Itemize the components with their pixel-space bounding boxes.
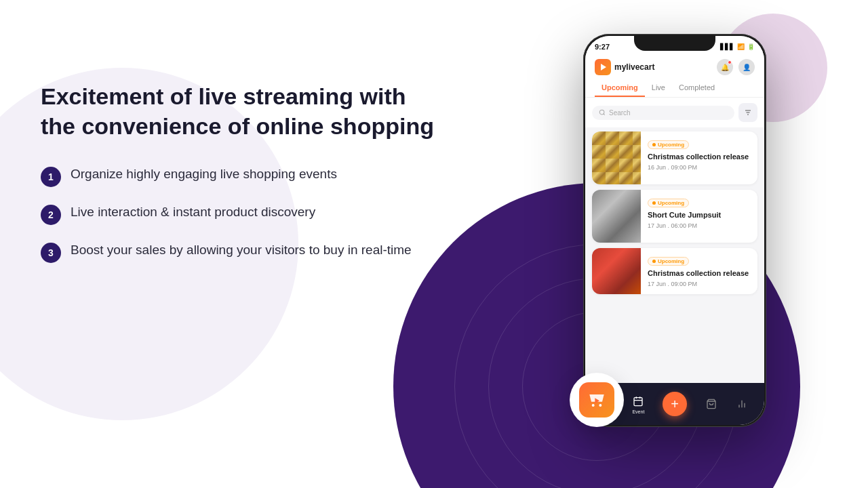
left-content: Excitement of live streaming with the co… xyxy=(41,81,481,263)
search-bar: Search xyxy=(585,98,764,127)
event-card-1[interactable]: Upcoming Christmas collection release 16… xyxy=(592,131,757,184)
event-card-3[interactable]: Upcoming Christmas collection release 17… xyxy=(592,248,757,294)
phone-notch xyxy=(634,36,715,51)
phone-screen: 9:27 ▋▋▋ 📶 🔋 mylivecart 🔔 xyxy=(585,36,764,425)
event-badge-3: Upcoming xyxy=(648,257,689,266)
floating-app-icon xyxy=(570,373,624,427)
event-nav-label: Event xyxy=(632,409,644,414)
phone-mockup: 9:27 ▋▋▋ 📶 🔋 mylivecart 🔔 xyxy=(583,34,766,427)
event-thumbnail-2 xyxy=(592,190,641,243)
badge-dot-3 xyxy=(652,260,656,263)
feature-number-2: 2 xyxy=(41,205,61,225)
store-icon xyxy=(705,397,718,411)
wifi-icon: 📶 xyxy=(737,43,745,50)
event-badge-1: Upcoming xyxy=(648,140,689,149)
event-info-3: Upcoming Christmas collection release 17… xyxy=(641,248,757,294)
event-info-2: Upcoming Short Cute Jumpsuit 17 Jun . 06… xyxy=(641,190,757,243)
filter-icon xyxy=(744,108,752,117)
status-time: 9:27 xyxy=(595,43,610,51)
event-thumbnail-3 xyxy=(592,248,641,294)
feature-item-2: 2 Live interaction & instant product dis… xyxy=(41,203,481,225)
logo-icon xyxy=(595,59,611,75)
svg-point-14 xyxy=(599,404,601,407)
feature-text-2: Live interaction & instant product disco… xyxy=(71,203,315,222)
notification-dot xyxy=(728,60,732,64)
search-placeholder: Search xyxy=(609,109,631,117)
tab-live[interactable]: Live xyxy=(645,79,672,97)
nav-event[interactable]: Event xyxy=(631,394,645,414)
feature-list: 1 Organize highly engaging live shopping… xyxy=(41,165,481,263)
cart-play-icon xyxy=(586,389,608,411)
event-info-1: Upcoming Christmas collection release 16… xyxy=(641,131,757,184)
tab-completed[interactable]: Completed xyxy=(672,79,722,97)
header-icons: 🔔 👤 xyxy=(717,59,755,75)
signal-icon: ▋▋▋ xyxy=(720,43,734,50)
svg-rect-5 xyxy=(634,397,642,405)
event-thumbnail-1 xyxy=(592,131,641,184)
nav-plus-button[interactable]: + xyxy=(663,392,687,416)
event-icon xyxy=(631,394,645,408)
event-badge-2: Upcoming xyxy=(648,199,689,207)
feature-text-1: Organize highly engaging live shopping e… xyxy=(71,165,337,184)
event-title-1: Christmas collection release xyxy=(648,152,751,161)
analytics-icon xyxy=(735,397,749,411)
feature-number-3: 3 xyxy=(41,243,61,263)
main-heading: Excitement of live streaming with the co… xyxy=(41,81,481,141)
events-list: Upcoming Christmas collection release 16… xyxy=(585,127,764,298)
nav-store[interactable] xyxy=(705,397,718,411)
event-title-2: Short Cute Jumpsuit xyxy=(648,210,751,220)
user-avatar[interactable]: 👤 xyxy=(738,59,755,75)
tab-upcoming[interactable]: Upcoming xyxy=(595,79,645,97)
nav-analytics[interactable] xyxy=(735,397,749,411)
app-name: mylivecart xyxy=(614,62,654,72)
app-tabs: Upcoming Live Completed xyxy=(585,79,764,98)
event-time-2: 17 Jun . 06:00 PM xyxy=(648,222,751,229)
status-icons: ▋▋▋ 📶 🔋 xyxy=(720,43,755,50)
badge-dot-2 xyxy=(652,201,656,205)
feature-item-1: 1 Organize highly engaging live shopping… xyxy=(41,165,481,187)
floating-icon-inner xyxy=(579,382,614,418)
event-card-2[interactable]: Upcoming Short Cute Jumpsuit 17 Jun . 06… xyxy=(592,190,757,243)
event-time-3: 17 Jun . 09:00 PM xyxy=(648,281,751,287)
svg-line-1 xyxy=(604,114,605,115)
badge-text-2: Upcoming xyxy=(658,200,684,206)
search-icon xyxy=(599,109,606,116)
feature-number-1: 1 xyxy=(41,167,61,187)
event-time-1: 16 Jun . 09:00 PM xyxy=(648,164,751,171)
badge-text-3: Upcoming xyxy=(658,258,684,264)
svg-point-13 xyxy=(592,404,595,407)
feature-text-3: Boost your sales by allowing your visito… xyxy=(71,241,412,260)
search-container[interactable]: Search xyxy=(592,106,734,120)
svg-point-0 xyxy=(599,110,604,115)
app-header: mylivecart 🔔 👤 xyxy=(585,55,764,79)
battery-icon: 🔋 xyxy=(747,43,755,50)
phone-shell: 9:27 ▋▋▋ 📶 🔋 mylivecart 🔔 xyxy=(583,34,766,427)
event-title-3: Christmas collection release xyxy=(648,268,751,278)
notification-icon[interactable]: 🔔 xyxy=(717,59,733,75)
app-logo: mylivecart xyxy=(595,59,654,75)
feature-item-3: 3 Boost your sales by allowing your visi… xyxy=(41,241,481,263)
play-icon xyxy=(599,64,606,70)
filter-button[interactable] xyxy=(738,103,757,122)
badge-text-1: Upcoming xyxy=(658,142,684,148)
badge-dot-1 xyxy=(652,143,656,146)
